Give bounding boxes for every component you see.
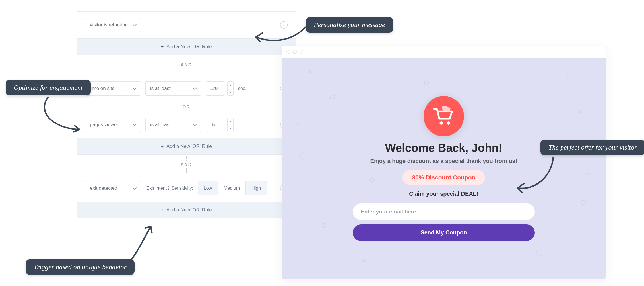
sensitivity-segmented-control: Low Medium High <box>198 181 267 195</box>
select-label: visitor is returning <box>90 22 128 28</box>
popup-title: Welcome Back, John! <box>353 142 535 154</box>
value-spinner: ▴ ▾ <box>227 81 234 96</box>
condition-field-select[interactable]: time on site <box>85 81 141 96</box>
or-connector: OR <box>77 102 296 111</box>
annotation-offer: The perfect offer for your visitor <box>540 140 644 155</box>
chevron-down-icon <box>133 186 137 190</box>
browser-titlebar <box>282 46 606 58</box>
condition-field-select[interactable]: exit detected <box>85 181 141 195</box>
and-label: AND <box>181 62 192 67</box>
add-or-rule-button[interactable]: + Add a New 'OR' Rule <box>77 202 296 218</box>
traffic-light-icon <box>286 50 290 54</box>
condition-field-select[interactable]: pages viewed <box>85 118 141 132</box>
coupon-badge: 30% Discount Coupon <box>403 170 485 185</box>
traffic-light-icon <box>293 50 297 54</box>
spinner-down-button[interactable]: ▾ <box>228 89 233 96</box>
add-or-rule-button[interactable]: + Add a New 'OR' Rule <box>77 138 296 155</box>
condition-operator-select[interactable]: is at least <box>145 81 201 96</box>
add-or-label: Add a New 'OR' Rule <box>166 44 212 49</box>
add-or-label: Add a New 'OR' Rule <box>166 144 212 149</box>
condition-value-input[interactable] <box>206 118 224 132</box>
plus-icon: + <box>161 144 164 149</box>
select-label: pages viewed <box>90 122 119 128</box>
cart-badge-icon <box>424 96 464 136</box>
plus-icon: + <box>161 207 164 213</box>
popup-subtitle: Enjoy a huge discount as a special thank… <box>353 158 535 164</box>
or-label: OR <box>183 104 190 109</box>
sensitivity-option-low[interactable]: Low <box>198 181 218 195</box>
popup-preview-area: Welcome Back, John! Enjoy a huge discoun… <box>282 58 606 279</box>
shopping-cart-icon <box>432 104 456 128</box>
annotation-personalize: Personalize your message <box>306 17 393 33</box>
chevron-down-icon <box>133 122 137 126</box>
email-input[interactable] <box>353 203 535 220</box>
add-or-rule-button[interactable]: + Add a New 'OR' Rule <box>77 38 296 55</box>
plus-icon: + <box>161 44 164 49</box>
and-connector: AND <box>77 155 296 175</box>
spinner-down-button[interactable]: ▾ <box>228 125 233 132</box>
chevron-down-icon <box>133 86 137 90</box>
select-label: time on site <box>90 86 115 91</box>
select-label: is at least <box>150 86 171 91</box>
select-label: exit detected <box>90 185 117 191</box>
traffic-light-icon <box>300 50 303 54</box>
remove-rule-button[interactable]: − <box>280 21 288 29</box>
svg-point-0 <box>439 121 443 125</box>
condition-operator-select[interactable]: is at least <box>145 118 201 132</box>
sensitivity-option-medium[interactable]: Medium <box>218 181 246 195</box>
annotation-engagement: Optimize for engagement <box>6 80 91 95</box>
add-or-label: Add a New 'OR' Rule <box>166 207 212 213</box>
and-connector: AND <box>77 55 296 75</box>
rule-group-1: visitor is returning − + Add a New 'OR' … <box>77 12 296 55</box>
rule-group-3: exit detected Exit Intent® Sensitivity: … <box>77 175 296 218</box>
chevron-down-icon <box>193 122 197 126</box>
popup-content: Welcome Back, John! Enjoy a huge discoun… <box>353 96 535 241</box>
and-label: AND <box>181 162 192 167</box>
select-label: is at least <box>150 122 171 128</box>
sensitivity-label: Exit Intent® Sensitivity: <box>146 186 193 191</box>
unit-label: sec. <box>238 86 246 91</box>
send-coupon-button[interactable]: Send My Coupon <box>353 224 535 241</box>
value-spinner: ▴ ▾ <box>227 118 234 132</box>
svg-point-1 <box>447 121 450 125</box>
chevron-down-icon <box>133 23 137 26</box>
spinner-up-button[interactable]: ▴ <box>228 82 233 89</box>
rule-group-2: time on site is at least ▴ ▾ sec. − OR p… <box>77 75 296 155</box>
annotation-trigger: Trigger based on unique behavior <box>26 259 135 275</box>
sensitivity-option-high[interactable]: High <box>246 181 267 195</box>
condition-value-input[interactable] <box>206 81 224 96</box>
condition-field-select[interactable]: visitor is returning <box>85 18 141 32</box>
spinner-up-button[interactable]: ▴ <box>228 118 233 125</box>
chevron-down-icon <box>193 86 197 90</box>
claim-text: Claim your special DEAL! <box>353 191 535 197</box>
rules-builder-panel: visitor is returning − + Add a New 'OR' … <box>77 11 296 218</box>
preview-browser-window: Welcome Back, John! Enjoy a huge discoun… <box>282 46 606 279</box>
